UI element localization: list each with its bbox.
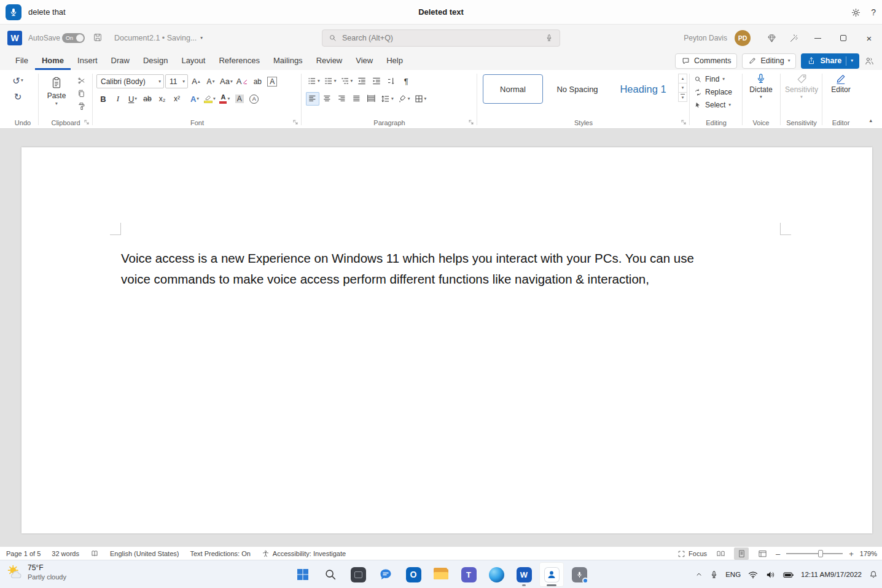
collapse-ribbon-button[interactable]: ▴	[869, 117, 872, 123]
character-shading-button[interactable]: A	[233, 92, 246, 106]
notification-bell-icon[interactable]	[868, 570, 878, 579]
redo-button[interactable]: ↻	[11, 90, 25, 103]
align-center-button[interactable]	[321, 92, 334, 106]
tab-references[interactable]: References	[212, 52, 266, 70]
subscript-button[interactable]: x₂	[155, 92, 169, 106]
page-indicator[interactable]: Page 1 of 5	[6, 550, 41, 557]
share-button[interactable]: Share ▾	[801, 53, 859, 69]
close-button[interactable]: ×	[856, 25, 882, 52]
align-right-button[interactable]	[335, 92, 349, 106]
edge-icon[interactable]	[484, 562, 509, 587]
increase-indent-button[interactable]	[370, 74, 383, 88]
tab-draw[interactable]: Draw	[104, 52, 136, 70]
font-dialog-launcher[interactable]	[291, 118, 300, 126]
language-indicator[interactable]: English (United States)	[110, 550, 179, 557]
document-area[interactable]: Voice access is a new Experience on Wind…	[0, 129, 882, 546]
tab-insert[interactable]: Insert	[71, 52, 104, 70]
bold-button[interactable]: B	[96, 92, 110, 106]
text-predictions[interactable]: Text Predictions: On	[190, 550, 250, 557]
taskbar-search-button[interactable]	[318, 562, 343, 587]
highlight-button[interactable]: ▾	[203, 92, 217, 106]
maximize-button[interactable]	[830, 25, 856, 52]
read-mode-button[interactable]	[713, 547, 728, 560]
paragraph-dialog-launcher[interactable]	[467, 118, 475, 126]
grow-font-button[interactable]: A▴	[189, 75, 203, 88]
voice-settings-gear-icon[interactable]	[851, 7, 861, 18]
document-page[interactable]: Voice access is a new Experience on Wind…	[21, 147, 872, 533]
style-heading-1[interactable]: Heading 1	[612, 74, 674, 104]
wifi-icon[interactable]	[747, 569, 759, 580]
clear-formatting-button[interactable]: A	[235, 75, 250, 88]
tray-chevron-up[interactable]	[695, 571, 703, 578]
proofing-status[interactable]	[90, 549, 99, 558]
focus-mode-button[interactable]: Focus	[677, 550, 707, 558]
styles-dialog-launcher[interactable]	[679, 118, 688, 126]
zoom-slider[interactable]	[786, 553, 843, 554]
save-sync-icon[interactable]	[93, 33, 103, 42]
chat-icon[interactable]	[373, 562, 398, 587]
start-button[interactable]	[291, 562, 315, 587]
sensitivity-button[interactable]: Sensitivity ▾	[785, 73, 818, 99]
editing-mode-button[interactable]: Editing ▾	[742, 53, 796, 69]
align-left-button[interactable]	[306, 92, 319, 106]
teams-icon[interactable]: T	[456, 562, 481, 587]
font-size-combo[interactable]: 11 ▾	[165, 74, 188, 88]
avatar[interactable]: PD	[735, 30, 751, 46]
bullets-button[interactable]: ▾	[306, 74, 321, 88]
volume-icon[interactable]	[765, 570, 776, 580]
tab-layout[interactable]: Layout	[174, 52, 212, 70]
document-title[interactable]: Document2.1 • Saving... ▾	[114, 25, 203, 52]
battery-icon[interactable]	[782, 569, 794, 581]
replace-button[interactable]: Replace	[694, 88, 732, 96]
character-border-button[interactable]: A	[265, 75, 279, 88]
web-layout-button[interactable]	[755, 547, 770, 560]
search-box[interactable]	[322, 29, 560, 47]
tab-file[interactable]: File	[9, 52, 35, 70]
tray-mic-icon[interactable]	[709, 570, 719, 579]
enclose-characters-button[interactable]: A	[248, 92, 261, 106]
search-input[interactable]	[342, 34, 540, 42]
editor-button[interactable]: Editor	[831, 73, 850, 94]
language-switcher[interactable]: ENG	[725, 571, 741, 578]
tab-view[interactable]: View	[349, 52, 380, 70]
tab-mailings[interactable]: Mailings	[267, 52, 310, 70]
tab-help[interactable]: Help	[380, 52, 410, 70]
autosave-toggle[interactable]: On	[62, 33, 85, 43]
wand-icon[interactable]	[782, 25, 805, 52]
zoom-in-button[interactable]: +	[849, 549, 854, 559]
word-app-icon[interactable]: W	[7, 31, 22, 45]
shrink-font-button[interactable]: A▾	[204, 75, 217, 88]
zoom-out-button[interactable]: –	[776, 549, 780, 559]
dictate-button[interactable]: Dictate ▾	[749, 73, 772, 99]
styles-scroll-down[interactable]: ▾	[678, 83, 687, 93]
tab-home[interactable]: Home	[35, 52, 71, 70]
minimize-button[interactable]	[805, 25, 830, 52]
outlook-icon[interactable]: O	[401, 562, 426, 587]
document-text[interactable]: Voice access is a new Experience on Wind…	[121, 248, 815, 289]
borders-button[interactable]: ▾	[413, 92, 428, 106]
superscript-button[interactable]: x²	[170, 92, 184, 106]
distribute-button[interactable]	[365, 92, 378, 106]
zoom-level[interactable]: 179%	[860, 550, 877, 557]
voice-help-button[interactable]: ?	[871, 7, 876, 17]
voice-access-settings-icon[interactable]	[567, 562, 591, 587]
print-layout-button[interactable]	[734, 547, 749, 560]
underline-button[interactable]: U▾	[126, 92, 139, 106]
style-normal[interactable]: Normal	[483, 74, 543, 104]
tab-design[interactable]: Design	[136, 52, 174, 70]
select-button[interactable]: Select ▾	[694, 101, 731, 109]
word-count[interactable]: 32 words	[52, 550, 79, 557]
styles-scroll-up[interactable]: ▴	[678, 74, 687, 83]
voice-access-app-icon[interactable]	[539, 562, 564, 587]
gem-icon[interactable]	[760, 25, 782, 52]
paste-button[interactable]: Paste ▾	[42, 73, 71, 109]
zoom-slider-thumb[interactable]	[818, 550, 823, 557]
accessibility-status[interactable]: Accessibility: Investigate	[262, 550, 346, 558]
clipboard-dialog-launcher[interactable]	[82, 118, 91, 126]
undo-button[interactable]: ↺ ▾	[11, 74, 25, 87]
numbering-button[interactable]: ▾	[322, 74, 338, 88]
multilevel-list-button[interactable]: ▾	[339, 74, 354, 88]
styles-gallery-more[interactable]: ▾	[678, 92, 687, 102]
font-name-combo[interactable]: Calibri (Body) ▾	[96, 74, 164, 88]
font-color-button[interactable]: A ▾	[218, 92, 232, 106]
